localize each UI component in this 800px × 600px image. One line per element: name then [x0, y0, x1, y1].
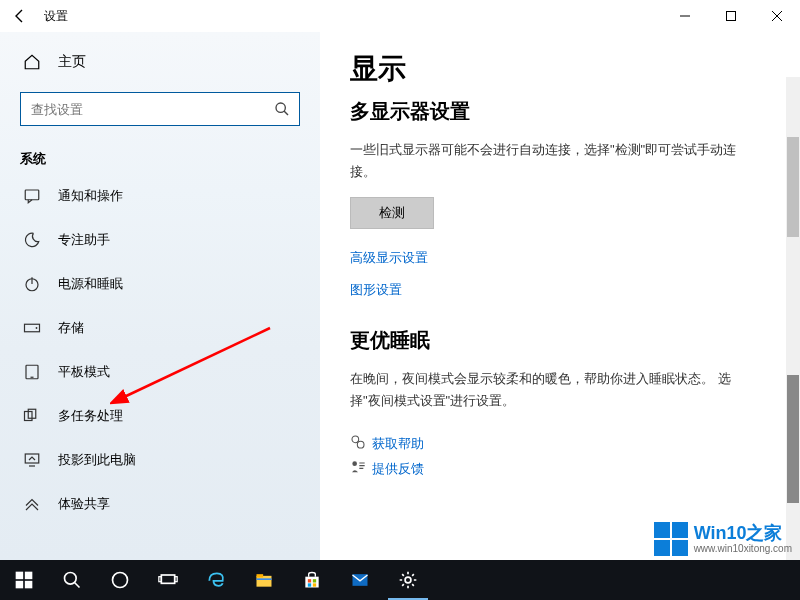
sidebar-item-label: 存储 [58, 319, 84, 337]
sidebar-item-multitask[interactable]: 多任务处理 [20, 394, 300, 438]
section-sleep-title: 更优睡眠 [350, 327, 770, 354]
page-title: 显示 [350, 50, 770, 88]
sidebar-item-focus[interactable]: 专注助手 [20, 218, 300, 262]
watermark: Win10之家 www.win10xitong.com [654, 522, 792, 556]
multitask-icon [20, 407, 44, 425]
svg-point-4 [276, 103, 285, 112]
svg-point-25 [65, 573, 77, 585]
taskbar-search-button[interactable] [48, 560, 96, 600]
title-bar: 设置 [0, 0, 800, 32]
sidebar-item-project[interactable]: 投影到此电脑 [20, 438, 300, 482]
home-label: 主页 [58, 53, 86, 71]
svg-rect-21 [16, 572, 24, 580]
svg-rect-38 [313, 583, 316, 586]
sleep-hint: 在晚间，夜间模式会显示较柔和的暖色，帮助你进入睡眠状态。 选择"夜间模式设置"进… [350, 368, 750, 412]
svg-rect-28 [161, 575, 174, 583]
multimonitor-hint: 一些旧式显示器可能不会进行自动连接，选择"检测"即可尝试手动连接。 [350, 139, 750, 183]
tablet-icon [20, 363, 44, 381]
svg-point-40 [405, 577, 411, 583]
edge-button[interactable] [192, 560, 240, 600]
start-button[interactable] [0, 560, 48, 600]
feedback-icon [350, 459, 372, 478]
svg-rect-29 [159, 577, 162, 582]
svg-point-18 [357, 442, 364, 449]
sidebar-item-tablet[interactable]: 平板模式 [20, 350, 300, 394]
window-title: 设置 [44, 8, 68, 25]
minimize-button[interactable] [662, 0, 708, 32]
sidebar-item-share[interactable]: 体验共享 [20, 482, 300, 526]
windows-logo-icon [654, 522, 688, 556]
watermark-brand: Win10之家 [694, 524, 792, 544]
sidebar-item-label: 投影到此电脑 [58, 451, 136, 469]
svg-rect-22 [25, 572, 33, 580]
search-box[interactable] [20, 92, 300, 126]
settings-taskbar-button[interactable] [384, 560, 432, 600]
message-icon [20, 187, 44, 205]
svg-rect-6 [25, 190, 39, 200]
svg-line-26 [75, 583, 80, 588]
section-multimonitor-title: 多显示器设置 [350, 98, 770, 125]
explorer-button[interactable] [240, 560, 288, 600]
close-button[interactable] [754, 0, 800, 32]
sidebar-item-notifications[interactable]: 通知和操作 [20, 174, 300, 218]
mail-button[interactable] [336, 560, 384, 600]
sidebar-item-storage[interactable]: 存储 [20, 306, 300, 350]
sidebar-item-label: 多任务处理 [58, 407, 123, 425]
power-icon [20, 275, 44, 293]
svg-point-10 [36, 327, 38, 329]
svg-point-19 [352, 462, 357, 467]
help-icon [350, 434, 372, 453]
scroll-thumb[interactable] [787, 375, 799, 503]
scroll-thumb[interactable] [787, 137, 799, 237]
section-label: 系统 [20, 150, 300, 168]
svg-rect-35 [308, 579, 311, 582]
sidebar-item-label: 平板模式 [58, 363, 110, 381]
search-input[interactable] [21, 102, 265, 117]
main-panel: 显示 多显示器设置 一些旧式显示器可能不会进行自动连接，选择"检测"即可尝试手动… [320, 32, 800, 560]
svg-point-17 [352, 436, 359, 443]
svg-rect-24 [25, 581, 33, 589]
moon-icon [20, 231, 44, 249]
svg-rect-1 [727, 12, 736, 21]
advanced-display-link[interactable]: 高级显示设置 [350, 249, 770, 267]
svg-rect-37 [308, 583, 311, 586]
storage-icon [20, 321, 44, 335]
sidebar-item-label: 通知和操作 [58, 187, 123, 205]
svg-rect-32 [257, 574, 264, 577]
svg-rect-23 [16, 581, 24, 589]
sidebar-item-label: 专注助手 [58, 231, 110, 249]
svg-rect-15 [25, 454, 39, 463]
detect-button[interactable]: 检测 [350, 197, 434, 229]
maximize-button[interactable] [708, 0, 754, 32]
svg-line-5 [284, 111, 288, 115]
sidebar: 主页 系统 通知和操作 专注助手 电源和睡眠 存储 平板模式 [0, 32, 320, 560]
share-icon [20, 495, 44, 513]
taskview-button[interactable] [144, 560, 192, 600]
svg-rect-33 [257, 578, 272, 580]
taskbar [0, 560, 800, 600]
sidebar-item-label: 电源和睡眠 [58, 275, 123, 293]
scrollbar[interactable] [786, 77, 800, 560]
search-icon [265, 101, 299, 117]
home-button[interactable]: 主页 [20, 42, 300, 82]
watermark-url: www.win10xitong.com [694, 543, 792, 554]
graphics-settings-link[interactable]: 图形设置 [350, 281, 770, 299]
svg-rect-34 [305, 577, 318, 588]
feedback-link[interactable]: 提供反馈 [372, 460, 424, 478]
svg-rect-36 [313, 579, 316, 582]
back-button[interactable] [0, 0, 40, 32]
svg-point-27 [113, 573, 128, 588]
store-button[interactable] [288, 560, 336, 600]
get-help-link[interactable]: 获取帮助 [372, 435, 424, 453]
sidebar-item-power[interactable]: 电源和睡眠 [20, 262, 300, 306]
cortana-button[interactable] [96, 560, 144, 600]
home-icon [20, 53, 44, 71]
svg-rect-30 [175, 577, 178, 582]
sidebar-item-label: 体验共享 [58, 495, 110, 513]
project-icon [20, 451, 44, 469]
